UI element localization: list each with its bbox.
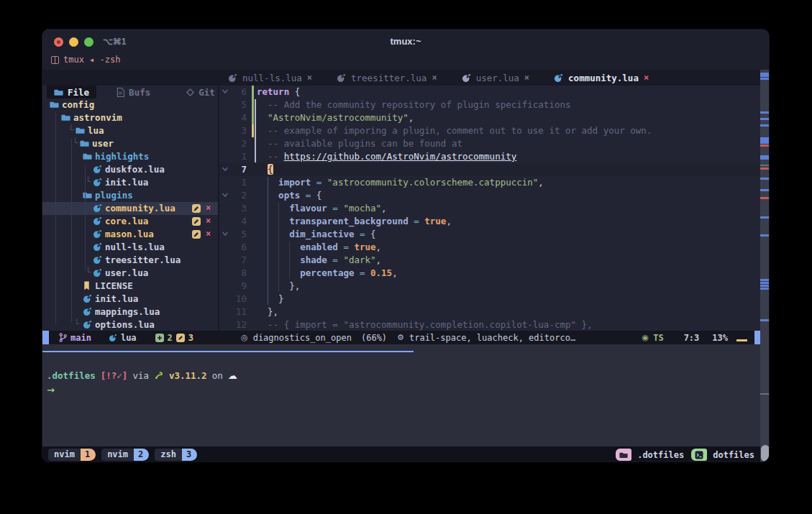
buffer-tab[interactable]: community.lua × — [554, 73, 649, 83]
line-number: 2 — [225, 190, 247, 201]
code-line[interactable]: 5 -- Add the community repository of plu… — [219, 98, 760, 111]
code-line[interactable]: 1 import = "astrocommunity.colorscheme.c… — [219, 176, 760, 189]
tree-item[interactable]: community.lua × — [42, 202, 218, 215]
code-line[interactable]: 1 -- https://github.com/AstroNvim/astroc… — [219, 150, 760, 163]
tree-item[interactable]: └ user.lua — [42, 267, 218, 280]
tree-item[interactable]: └ init.lua — [42, 176, 218, 189]
lsp-status[interactable]: ◎ diagnostics_on_open (66%) — [241, 333, 387, 343]
git-diff-summary[interactable]: 2 3 — [155, 333, 193, 343]
tree-item[interactable]: highlights — [42, 150, 218, 163]
tmux-pane-border[interactable] — [42, 351, 414, 352]
code-line[interactable]: 3 -- example of imporing a plugin, comme… — [219, 124, 760, 137]
code-line[interactable]: 8 percentage = 0.15, — [219, 267, 760, 280]
scrollbar-change-mark — [760, 234, 770, 237]
git-sign — [252, 306, 254, 318]
tree-item[interactable]: duskfox.lua — [42, 163, 218, 176]
tmux-right-status: .dotfiles dotfiles — [616, 449, 754, 461]
git-sign — [252, 202, 254, 215]
close-icon[interactable]: × — [307, 73, 312, 83]
tmux-window-tab[interactable]: zsh 3 — [155, 449, 197, 461]
git-branch[interactable]: main — [59, 333, 91, 343]
scrollbar-thumb[interactable] — [761, 445, 770, 462]
tree-item[interactable]: astronvim — [42, 111, 218, 124]
lua-icon — [83, 320, 92, 329]
scrollbar-change-mark — [760, 319, 770, 321]
scrollbar-track[interactable] — [760, 70, 770, 462]
folder-icon — [80, 139, 89, 148]
tmux-windows: nvim 1 nvim 2 zsh 3 — [42, 449, 197, 461]
lsp-loading-icon: ◎ — [241, 333, 248, 342]
filetype[interactable]: lua — [109, 333, 137, 343]
tools-icon: ⚙ — [397, 333, 404, 342]
bufferline: null-ls.lua × treesitter.lua × user.lua … — [42, 70, 760, 86]
tmux-window-index: 2 — [134, 449, 149, 461]
code-line[interactable]: 7 shade = "dark", — [219, 254, 760, 267]
code-line[interactable]: 2 opts = { — [219, 189, 760, 202]
tmux-status-bar: nvim 1 nvim 2 zsh 3 .dotfiles dotfiles — [42, 446, 760, 462]
tree-item[interactable]: └ user — [42, 137, 218, 150]
tree-item[interactable]: └ options.lua — [42, 318, 218, 331]
tree-item[interactable]: core.lua × — [42, 215, 218, 228]
modified-icon — [192, 204, 201, 213]
close-icon[interactable]: × — [524, 73, 529, 83]
python-version: v3.11.2 — [169, 370, 207, 381]
code-line[interactable]: 7 { — [219, 163, 760, 176]
scrollbar-change-mark — [760, 78, 770, 80]
code-line[interactable]: 12 -- { import = "astrocommunity.complet… — [219, 318, 760, 331]
folder-icon — [83, 191, 92, 200]
tree-item[interactable]: treesitter.lua — [42, 254, 218, 267]
buffer-tab[interactable]: user.lua × — [462, 73, 529, 83]
lua-icon — [93, 178, 102, 187]
tree-item[interactable]: └ lua — [42, 124, 218, 137]
tree-item[interactable]: mason.lua × — [42, 228, 218, 241]
neotree-tab-git[interactable]: Git — [179, 86, 218, 98]
tree-item[interactable]: plugins — [42, 189, 218, 202]
tmux-window-tab[interactable]: nvim 2 — [101, 449, 149, 461]
close-icon[interactable]: × — [432, 73, 437, 83]
close-icon[interactable]: × — [644, 73, 649, 83]
zsh-pane[interactable]: .dotfiles [!?✓] via v3.11.2 on ☁ → — [42, 344, 760, 446]
lua-icon — [93, 229, 102, 239]
close-icon[interactable]: × — [206, 216, 211, 226]
tree-item[interactable]: null-ls.lua — [42, 241, 218, 254]
active-tools[interactable]: ⚙ trail-space, luacheck, editorco… — [397, 333, 575, 343]
code-line[interactable]: 9 }, — [219, 280, 760, 293]
code-line[interactable]: 10 } — [219, 293, 760, 306]
code-line[interactable]: 3 flavour = "mocha", — [219, 202, 760, 215]
code-line[interactable]: 6 enabled = true, — [219, 241, 760, 254]
neotree-tab-file[interactable]: File — [47, 86, 96, 98]
lua-icon — [93, 242, 102, 252]
lua-icon — [228, 73, 237, 83]
tree-item[interactable]: mappings.lua — [42, 306, 218, 318]
buffer-tab[interactable]: treesitter.lua × — [337, 73, 437, 83]
scrollbar-change-mark — [760, 142, 770, 144]
tree-item[interactable]: config — [42, 98, 218, 111]
treesitter-status[interactable]: ◉ TS — [642, 333, 664, 343]
editor-buffer[interactable]: 6 return { 5 -- Add the community reposi… — [219, 86, 760, 331]
tmux-window-index: 1 — [81, 449, 96, 461]
code-line[interactable]: 5 dim_inactive = { — [219, 228, 760, 241]
code-line[interactable]: 6 return { — [219, 86, 760, 98]
code-line[interactable]: 2 -- available plugins can be found at — [219, 137, 760, 150]
buffer-tab[interactable]: null-ls.lua × — [228, 73, 312, 83]
close-icon[interactable]: × — [206, 203, 211, 213]
code-text: }, — [257, 306, 278, 317]
line-number: 8 — [225, 267, 247, 278]
close-icon[interactable]: × — [206, 229, 211, 239]
git-sign — [252, 176, 254, 189]
line-number: 5 — [225, 229, 247, 239]
tmux-window-tab[interactable]: nvim 1 — [48, 449, 96, 461]
tree-item[interactable]: init.lua — [42, 293, 218, 306]
scrollbar-divider — [760, 165, 770, 166]
code-line[interactable]: 4 "AstroNvim/astrocommunity", — [219, 111, 760, 124]
tree-item[interactable]: LICENSE — [42, 280, 218, 293]
prompt-arrow: → — [47, 385, 55, 395]
window-title: tmux:~ — [42, 36, 769, 47]
terminal-window: ⌥⌘1 tmux:~ tmux ◂ -zsh null-ls.lua × tre… — [42, 29, 770, 462]
code-line[interactable]: 4 transparent_background = true, — [219, 215, 760, 228]
code-line[interactable]: 11 }, — [219, 306, 760, 318]
git-sign — [252, 124, 254, 137]
neotree-tab-bufs[interactable]: Bufs — [109, 86, 158, 98]
mode-indicator — [42, 331, 49, 344]
line-number: 2 — [225, 138, 247, 149]
